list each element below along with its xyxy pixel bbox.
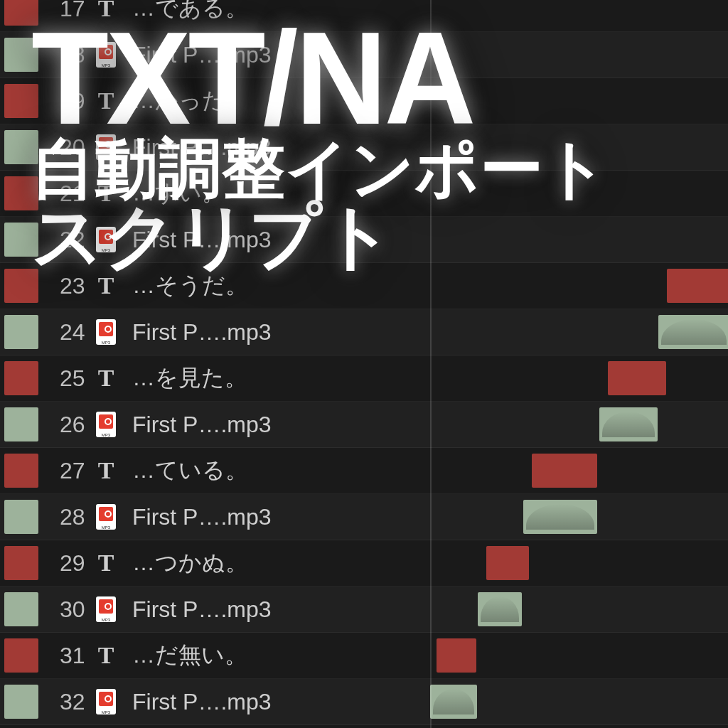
- track-row[interactable]: 30MP3First P….mp3: [0, 587, 728, 633]
- track-color-swatch[interactable]: [4, 38, 38, 72]
- track-number: 21: [38, 181, 88, 207]
- audio-clip[interactable]: [478, 592, 522, 626]
- text-clip[interactable]: [486, 546, 529, 580]
- track-number: 32: [38, 689, 88, 715]
- waveform-icon: [433, 689, 474, 714]
- mp3-file-icon: MP3: [96, 42, 116, 68]
- track-color-swatch[interactable]: [4, 130, 38, 164]
- audio-type-icon: MP3: [88, 689, 124, 714]
- track-row[interactable]: 25T…を見た。: [0, 355, 728, 402]
- track-row[interactable]: 27T…ている。: [0, 448, 728, 494]
- mp3-file-icon: MP3: [96, 412, 116, 437]
- mp3-file-icon: MP3: [96, 504, 116, 530]
- track-name: First P….mp3: [124, 227, 728, 253]
- text-type-icon: T: [88, 366, 124, 390]
- waveform-icon: [661, 319, 727, 345]
- track-number: 27: [38, 458, 88, 484]
- audio-type-icon: MP3: [88, 596, 124, 622]
- track-number: 25: [38, 365, 88, 392]
- track-name: …である。: [124, 0, 728, 24]
- text-clip[interactable]: [437, 638, 476, 673]
- text-type-icon: T: [88, 0, 124, 21]
- letter-t-icon: T: [98, 643, 114, 668]
- track-row[interactable]: 28MP3First P….mp3: [0, 494, 728, 540]
- letter-t-icon: T: [98, 181, 114, 205]
- track-color-swatch[interactable]: [4, 315, 38, 349]
- audio-type-icon: MP3: [88, 319, 124, 345]
- track-color-swatch[interactable]: [4, 592, 38, 626]
- track-row[interactable]: 18MP3First P….mp3: [0, 32, 728, 78]
- track-name: …かった。: [124, 85, 728, 117]
- text-type-icon: T: [88, 459, 124, 483]
- track-list: 17T…である。18MP3First P….mp319T…かった。20MP3Fi…: [0, 0, 728, 725]
- text-clip[interactable]: [532, 454, 597, 488]
- track-color-swatch[interactable]: [4, 176, 38, 210]
- text-clip[interactable]: [608, 361, 666, 395]
- track-number: 24: [38, 319, 88, 346]
- track-row[interactable]: 17T…である。: [0, 0, 728, 32]
- audio-clip[interactable]: [658, 315, 728, 349]
- track-row[interactable]: 32MP3First P….mp3: [0, 679, 728, 725]
- mp3-file-icon: MP3: [96, 596, 116, 622]
- letter-t-icon: T: [98, 89, 114, 113]
- track-number: 23: [38, 273, 88, 299]
- text-type-icon: T: [88, 181, 124, 205]
- track-row[interactable]: 21T…すい。: [0, 171, 728, 217]
- mp3-file-icon: MP3: [96, 134, 116, 160]
- track-name: First P….mp3: [124, 504, 728, 530]
- letter-t-icon: T: [98, 0, 114, 21]
- audio-type-icon: MP3: [88, 412, 124, 437]
- track-name: …つかぬ。: [124, 547, 728, 579]
- track-row[interactable]: 24MP3First P….mp3: [0, 309, 728, 355]
- track-name: …そうだ。: [124, 270, 728, 301]
- waveform-icon: [602, 412, 655, 437]
- track-color-swatch[interactable]: [4, 269, 38, 303]
- text-type-icon: T: [88, 643, 124, 668]
- track-number: 17: [38, 0, 88, 22]
- track-row[interactable]: 22MP3First P….mp3: [0, 217, 728, 263]
- track-row[interactable]: 31T…だ無い。: [0, 633, 728, 679]
- audio-clip[interactable]: [430, 685, 477, 719]
- mp3-file-icon: MP3: [96, 319, 116, 345]
- waveform-icon: [481, 596, 519, 622]
- track-number: 29: [38, 550, 88, 577]
- audio-type-icon: MP3: [88, 504, 124, 530]
- track-name: First P….mp3: [124, 42, 728, 68]
- track-number: 20: [38, 134, 88, 161]
- track-name: …すい。: [124, 178, 728, 209]
- track-color-swatch[interactable]: [4, 546, 38, 580]
- track-number: 30: [38, 596, 88, 623]
- timeline-divider: [430, 0, 432, 728]
- track-number: 22: [38, 227, 88, 253]
- track-name: …だ無い。: [124, 640, 728, 671]
- track-row[interactable]: 19T…かった。: [0, 78, 728, 124]
- text-type-icon: T: [88, 551, 124, 575]
- track-number: 19: [38, 88, 88, 114]
- track-name: First P….mp3: [124, 689, 728, 715]
- track-color-swatch[interactable]: [4, 361, 38, 395]
- audio-clip[interactable]: [523, 500, 597, 534]
- track-name: First P….mp3: [124, 134, 728, 161]
- track-color-swatch[interactable]: [4, 0, 38, 26]
- audio-type-icon: MP3: [88, 42, 124, 68]
- track-row[interactable]: 29T…つかぬ。: [0, 540, 728, 587]
- track-color-swatch[interactable]: [4, 223, 38, 257]
- letter-t-icon: T: [98, 551, 114, 575]
- letter-t-icon: T: [98, 366, 114, 390]
- audio-type-icon: MP3: [88, 134, 124, 160]
- mp3-file-icon: MP3: [96, 227, 116, 252]
- track-color-swatch[interactable]: [4, 685, 38, 719]
- track-name: First P….mp3: [124, 319, 728, 346]
- track-color-swatch[interactable]: [4, 500, 38, 534]
- track-row[interactable]: 20MP3First P….mp3: [0, 124, 728, 171]
- track-color-swatch[interactable]: [4, 638, 38, 673]
- track-color-swatch[interactable]: [4, 84, 38, 118]
- mp3-file-icon: MP3: [96, 689, 116, 714]
- text-clip[interactable]: [667, 269, 728, 303]
- track-color-swatch[interactable]: [4, 407, 38, 441]
- track-number: 31: [38, 643, 88, 669]
- track-row[interactable]: 26MP3First P….mp3: [0, 402, 728, 448]
- audio-clip[interactable]: [599, 407, 658, 441]
- track-color-swatch[interactable]: [4, 454, 38, 488]
- track-row[interactable]: 23T…そうだ。: [0, 263, 728, 309]
